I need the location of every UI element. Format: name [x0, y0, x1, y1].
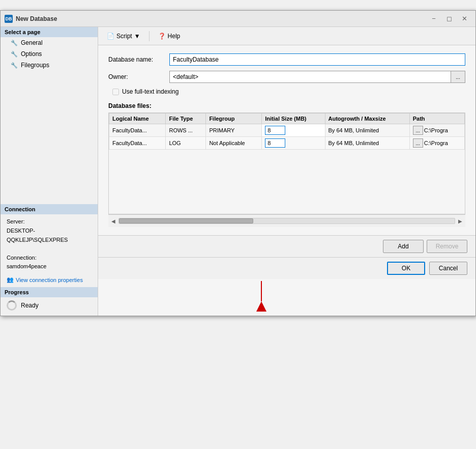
server-label: Server:: [7, 217, 92, 227]
row2-path-button[interactable]: ...: [413, 138, 423, 148]
connection-section: Connection Server: DESKTOP-QQKLEJP\SQLEX…: [1, 204, 98, 285]
server-value: DESKTOP-QQKLEJP\SQLEXPRES: [7, 227, 92, 244]
connection-info: Server: DESKTOP-QQKLEJP\SQLEXPRES Connec…: [1, 214, 98, 274]
title-bar-left: DB New Database: [5, 15, 57, 23]
options-icon: 🔧: [11, 51, 18, 58]
row2-path: ... C:\Progra: [409, 137, 464, 150]
scroll-thumb[interactable]: [119, 218, 253, 223]
general-label: General: [21, 39, 43, 46]
fulltext-checkbox[interactable]: [112, 89, 119, 95]
progress-section: Progress Ready: [1, 285, 98, 316]
scroll-left-arrow[interactable]: ◀: [108, 216, 118, 226]
row1-logical-name: FacultyData...: [109, 124, 166, 137]
fulltext-label: Use full-text indexing: [122, 88, 178, 95]
row2-filegroup: Not Applicable: [206, 137, 262, 150]
owner-row: Owner: ...: [108, 71, 465, 83]
connection-link-icon: 👥: [7, 276, 14, 283]
new-database-dialog: DB New Database − ◻ ✕ Select a page 🔧 Ge…: [0, 10, 476, 316]
help-button[interactable]: ❓ Help: [154, 31, 185, 42]
col-autogrowth: Autogrowth / Maxsize: [325, 114, 409, 124]
db-files-label: Database files:: [108, 102, 465, 109]
col-logical-name: Logical Name: [109, 114, 166, 124]
row2-path-btn-wrap: ... C:\Progra: [413, 138, 461, 148]
files-table: Logical Name File Type Filegroup Initial…: [109, 113, 465, 150]
row2-logical-name: FacultyData...: [109, 137, 166, 150]
add-remove-row: Add Remove: [98, 235, 475, 257]
horizontal-scrollbar[interactable]: ◀ ▶: [108, 214, 465, 227]
row2-size-input[interactable]: [265, 138, 285, 148]
sidebar-item-filegroups[interactable]: 🔧 Filegroups: [1, 60, 98, 71]
cancel-button[interactable]: Cancel: [429, 262, 467, 275]
row1-file-type: ROWS ...: [166, 124, 206, 137]
col-path: Path: [409, 114, 464, 124]
add-button[interactable]: Add: [383, 240, 424, 253]
ready-label: Ready: [21, 302, 39, 309]
table-row: FacultyData... ROWS ... PRIMARY By 64 MB…: [109, 124, 465, 137]
owner-browse-button[interactable]: ...: [451, 71, 465, 83]
script-icon: 📄: [107, 33, 114, 40]
row1-filegroup: PRIMARY: [206, 124, 262, 137]
db-name-input[interactable]: [169, 53, 465, 66]
owner-label: Owner:: [108, 73, 169, 80]
row1-path-button[interactable]: ...: [413, 126, 423, 135]
owner-input-wrap: ...: [169, 71, 465, 83]
view-connection-link[interactable]: 👥 View connection properties: [1, 274, 98, 285]
connection-user: samdom4peace: [7, 262, 92, 271]
window-title: New Database: [16, 15, 57, 22]
remove-button[interactable]: Remove: [427, 240, 467, 253]
connection-header: Connection: [1, 204, 98, 214]
filegroups-label: Filegroups: [21, 62, 49, 69]
progress-spinner: [7, 300, 17, 311]
arrow-up: [256, 301, 266, 312]
toolbar: 📄 Script ▼ ❓ Help: [98, 27, 475, 45]
left-panel: Select a page 🔧 General 🔧 Options 🔧 File…: [1, 27, 98, 316]
title-bar: DB New Database − ◻ ✕: [1, 11, 475, 27]
help-label: Help: [168, 33, 181, 40]
script-label: Script: [116, 33, 132, 40]
script-button[interactable]: 📄 Script ▼: [102, 31, 145, 42]
right-panel: 📄 Script ▼ ❓ Help Database name:: [98, 27, 475, 316]
general-icon: 🔧: [11, 40, 18, 46]
row2-file-type: LOG: [166, 137, 206, 150]
scroll-track[interactable]: [118, 218, 455, 224]
scroll-right-arrow[interactable]: ▶: [455, 216, 465, 226]
restore-button[interactable]: ◻: [442, 14, 456, 24]
options-label: Options: [21, 50, 42, 58]
content-area: Database name: Owner: ... Use full-text …: [98, 45, 475, 235]
col-initial-size: Initial Size (MB): [262, 114, 325, 124]
fulltext-checkbox-row: Use full-text indexing: [108, 88, 465, 95]
table-scroll-area[interactable]: Logical Name File Type Filegroup Initial…: [109, 113, 465, 214]
row1-autogrowth: By 64 MB, Unlimited: [325, 124, 409, 137]
filegroups-icon: 🔧: [11, 62, 18, 69]
help-icon: ❓: [158, 33, 166, 40]
dialog-footer: OK Cancel: [98, 257, 475, 279]
close-button[interactable]: ✕: [457, 14, 471, 24]
db-name-label: Database name:: [108, 56, 169, 63]
minimize-button[interactable]: −: [427, 14, 441, 24]
dialog-body: Select a page 🔧 General 🔧 Options 🔧 File…: [1, 27, 475, 316]
arrow-group: [256, 281, 266, 312]
row1-size-input[interactable]: [265, 126, 285, 135]
row1-initial-size[interactable]: [262, 124, 325, 137]
arrow-line: [261, 281, 262, 301]
files-table-container: Logical Name File Type Filegroup Initial…: [108, 113, 465, 214]
ok-button[interactable]: OK: [387, 262, 425, 275]
window-controls: − ◻ ✕: [427, 14, 471, 24]
col-filegroup: Filegroup: [206, 114, 262, 124]
owner-input[interactable]: [169, 71, 451, 83]
toolbar-separator: [149, 31, 150, 41]
row2-autogrowth: By 64 MB, Unlimited: [325, 137, 409, 150]
progress-header: Progress: [1, 287, 98, 297]
col-file-type: File Type: [166, 114, 206, 124]
connection-link-text: View connection properties: [16, 277, 83, 283]
row2-initial-size[interactable]: [262, 137, 325, 150]
connection-label2: Connection:: [7, 254, 92, 263]
row1-path: ... C:\Progra: [409, 124, 464, 137]
script-dropdown-icon: ▼: [134, 33, 140, 40]
sidebar-item-general[interactable]: 🔧 General: [1, 37, 98, 48]
db-name-row: Database name:: [108, 53, 465, 66]
select-page-header: Select a page: [1, 27, 98, 37]
progress-content: Ready: [1, 297, 98, 314]
app-icon: DB: [5, 15, 13, 23]
sidebar-item-options[interactable]: 🔧 Options: [1, 48, 98, 60]
